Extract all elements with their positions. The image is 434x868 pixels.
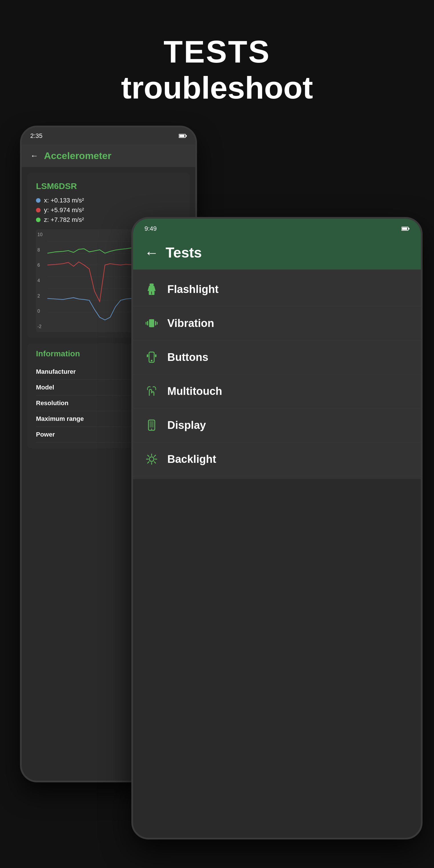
svg-rect-19 bbox=[155, 321, 156, 326]
phone2-time: 9:49 bbox=[145, 225, 157, 232]
svg-rect-17 bbox=[149, 319, 154, 327]
svg-line-37 bbox=[148, 462, 149, 463]
svg-rect-28 bbox=[150, 421, 154, 428]
svg-rect-1 bbox=[179, 135, 184, 137]
phone2-app-header: ← Tests bbox=[133, 239, 421, 270]
svg-marker-14 bbox=[148, 286, 156, 291]
svg-point-27 bbox=[151, 429, 152, 430]
sensor-name: LSM6DSR bbox=[36, 181, 181, 191]
header-title-tests: TESTS bbox=[0, 34, 434, 69]
svg-point-25 bbox=[151, 360, 152, 362]
phone1-battery-icon bbox=[179, 134, 187, 138]
backlight-icon bbox=[145, 452, 159, 466]
legend-x: x: +0.133 m/s² bbox=[36, 197, 181, 204]
header-title-troubleshoot: troubleshoot bbox=[0, 69, 434, 106]
phone1-time: 2:35 bbox=[30, 132, 42, 140]
phone2-screen-title: Tests bbox=[165, 244, 202, 261]
display-icon bbox=[145, 418, 159, 432]
flashlight-icon bbox=[145, 282, 159, 297]
legend-dot-y bbox=[36, 208, 40, 212]
svg-rect-24 bbox=[155, 354, 156, 357]
multitouch-icon bbox=[145, 384, 159, 398]
backlight-label: Backlight bbox=[167, 453, 216, 465]
header-section: TESTS troubleshoot bbox=[0, 34, 434, 106]
test-item-vibration[interactable]: Vibration bbox=[133, 306, 421, 340]
svg-rect-21 bbox=[157, 322, 158, 324]
test-item-backlight[interactable]: Backlight bbox=[133, 442, 421, 476]
svg-rect-2 bbox=[186, 135, 187, 137]
buttons-icon bbox=[145, 350, 159, 364]
chart-y-axis: 10 8 6 4 2 0 -2 bbox=[37, 232, 42, 329]
phone1-back-arrow[interactable]: ← bbox=[30, 151, 38, 160]
phone1-screen-title: Accelerometer bbox=[44, 150, 111, 161]
phone2-back-arrow[interactable]: ← bbox=[145, 244, 159, 261]
phone-2-device: 9:49 ← Tests Flashlight bbox=[131, 217, 423, 839]
svg-line-34 bbox=[148, 455, 149, 457]
test-item-flashlight[interactable]: Flashlight bbox=[133, 272, 421, 306]
phone1-app-header: ← Accelerometer bbox=[22, 145, 195, 167]
svg-rect-13 bbox=[150, 283, 154, 286]
flashlight-label: Flashlight bbox=[167, 283, 218, 296]
phone2-status-bar: 9:49 bbox=[133, 219, 421, 239]
legend-dot-x bbox=[36, 198, 40, 203]
multitouch-label: Multitouch bbox=[167, 385, 222, 398]
svg-rect-20 bbox=[146, 322, 147, 324]
display-label: Display bbox=[167, 419, 206, 431]
svg-rect-23 bbox=[147, 354, 148, 357]
svg-line-35 bbox=[154, 462, 156, 463]
svg-rect-11 bbox=[402, 227, 407, 230]
phone2-battery-icon bbox=[401, 226, 409, 231]
legend-dot-z bbox=[36, 218, 40, 222]
test-item-multitouch[interactable]: Multitouch bbox=[133, 374, 421, 408]
tests-list: Flashlight Vibration bbox=[133, 270, 421, 479]
vibration-label: Vibration bbox=[167, 317, 214, 330]
phone1-status-icons bbox=[179, 134, 187, 138]
test-item-display[interactable]: Display bbox=[133, 408, 421, 442]
legend-y: y: +5.974 m/s² bbox=[36, 207, 181, 214]
test-item-buttons[interactable]: Buttons bbox=[133, 340, 421, 374]
vibration-icon bbox=[145, 316, 159, 330]
buttons-label: Buttons bbox=[167, 351, 209, 364]
svg-point-29 bbox=[149, 457, 154, 461]
phone1-status-bar: 2:35 bbox=[22, 127, 195, 145]
phone2-status-icons bbox=[401, 226, 409, 231]
svg-rect-12 bbox=[409, 228, 409, 229]
svg-line-36 bbox=[154, 455, 156, 457]
svg-rect-18 bbox=[147, 321, 148, 326]
